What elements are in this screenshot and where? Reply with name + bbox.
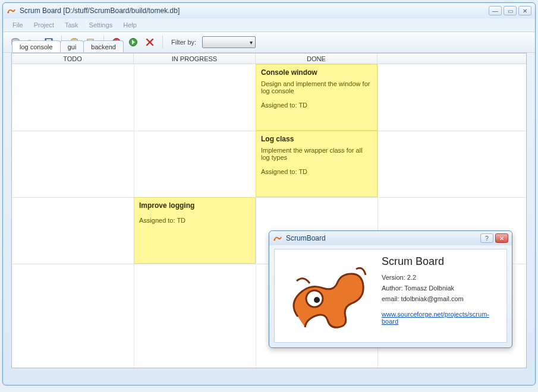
menu-help[interactable]: Help: [118, 20, 141, 30]
col-done-header: DONE: [256, 53, 377, 64]
about-controls: ? ✕: [480, 233, 508, 243]
grid-line: [12, 197, 526, 198]
menubar: File Project Task Settings Help: [3, 18, 535, 31]
about-link[interactable]: www.sourceforge.net/projects/scrum-board: [382, 311, 498, 325]
about-help-button[interactable]: ?: [480, 233, 493, 243]
card-assigned: Assigned to: TD: [261, 168, 372, 175]
svg-point-11: [274, 239, 276, 241]
card-console-window[interactable]: Console window Design and implement the …: [256, 64, 377, 131]
tab-backend[interactable]: backend: [83, 40, 124, 52]
card-desc: Design and implement the window for log …: [261, 80, 372, 94]
card-title: Console window: [261, 68, 372, 77]
minimize-button[interactable]: —: [489, 6, 502, 15]
card-improve-logging[interactable]: Improve logging Assigned to: TD: [134, 197, 256, 264]
svg-point-0: [8, 12, 10, 14]
about-titlebar[interactable]: ScrumBoard ? ✕: [269, 231, 512, 245]
about-info: Scrum Board Version: 2.2 Author: Tomasz …: [382, 255, 498, 336]
menu-file[interactable]: File: [8, 20, 28, 30]
about-logo: [283, 255, 372, 336]
maximize-button[interactable]: ▭: [504, 6, 517, 15]
menu-task[interactable]: Task: [60, 20, 83, 30]
col-extra-header: [377, 53, 526, 64]
about-heading: Scrum Board: [382, 255, 498, 268]
about-title-text: ScrumBoard: [286, 234, 480, 242]
tab-gui[interactable]: gui: [60, 40, 84, 52]
card-assigned: Assigned to: TD: [261, 102, 372, 109]
about-close-button[interactable]: ✕: [495, 233, 508, 243]
card-log-class[interactable]: Log class Implement the wrapper class fo…: [256, 131, 377, 197]
card-title: Log class: [261, 135, 372, 143]
about-version: Version: 2.2: [382, 274, 498, 281]
about-app-icon: [273, 233, 282, 243]
about-author: Author: Tomasz Dolbniak: [382, 284, 498, 292]
about-email: email: tdolbniak@gmail.com: [382, 295, 498, 302]
window-controls: — ▭ ✕: [489, 6, 531, 15]
svg-point-13: [314, 297, 320, 303]
board-columns-header: TODO IN PROGRESS DONE: [12, 53, 526, 64]
col-inprogress-header: IN PROGRESS: [134, 53, 256, 64]
tabs: log console gui backend: [12, 40, 526, 53]
tab-log-console[interactable]: log console: [12, 40, 61, 52]
window-title: Scrum Board [D:/stuff/ScrumBoard/build/t…: [20, 7, 489, 15]
about-dialog[interactable]: ScrumBoard ? ✕ Scrum Board Version: 2.2 …: [269, 230, 512, 348]
col-todo-header: TODO: [12, 53, 134, 64]
card-title: Improve logging: [139, 201, 250, 210]
titlebar[interactable]: Scrum Board [D:/stuff/ScrumBoard/build/t…: [3, 3, 535, 18]
menu-project[interactable]: Project: [29, 20, 59, 30]
menu-settings[interactable]: Settings: [84, 20, 118, 30]
card-assigned: Assigned to: TD: [139, 217, 250, 224]
svg-rect-6: [73, 38, 76, 40]
app-icon: [7, 6, 16, 15]
about-body: Scrum Board Version: 2.2 Author: Tomasz …: [274, 249, 507, 343]
card-desc: Implement the wrapper class for all log …: [261, 147, 372, 161]
close-button[interactable]: ✕: [518, 6, 531, 15]
